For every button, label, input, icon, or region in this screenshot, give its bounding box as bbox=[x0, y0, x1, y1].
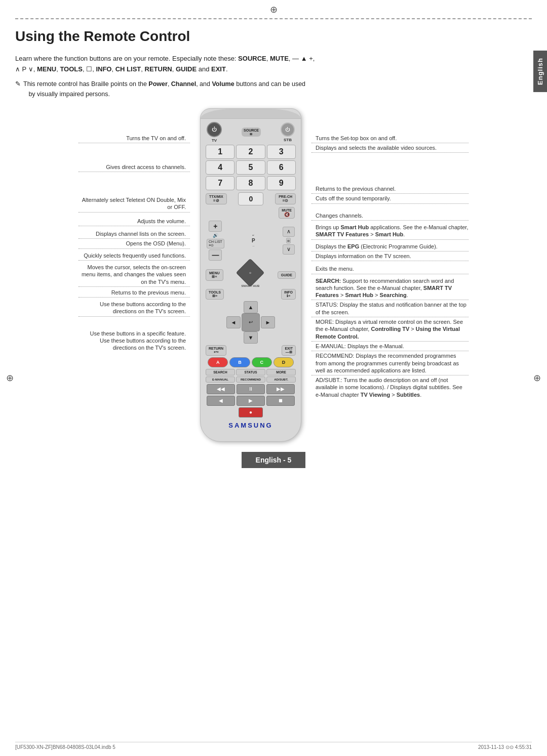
recommend-button[interactable]: RECOMMEND bbox=[236, 376, 265, 383]
color-btn-d[interactable]: D bbox=[274, 357, 294, 367]
search-row: SEARCH STATUS MORE bbox=[206, 369, 296, 375]
media-controls: ◀◀ ⏸ ▶▶ ◀ ▶ ⏹ ● bbox=[207, 384, 295, 417]
intro-comma7: , bbox=[141, 65, 144, 73]
search-button[interactable]: SEARCH bbox=[206, 369, 235, 375]
chlist-button[interactable]: CH LIST≡⊙ bbox=[207, 239, 224, 248]
vol-up-button[interactable]: + bbox=[209, 221, 222, 232]
dpad-down-button[interactable]: ▼ bbox=[244, 331, 258, 344]
tools-info-row: TOOLS⊞≡ INFOℹ≡ bbox=[206, 289, 296, 300]
callout-left-ttx: Alternately select Teletext ON Double, M… bbox=[79, 196, 190, 211]
callouts-right: Turns the Set-top box on and off. Displa… bbox=[311, 108, 468, 398]
smart-hub-area: ⊙ SMART HUB bbox=[240, 263, 260, 287]
callout-left-tools: Quickly selects frequently used function… bbox=[79, 252, 190, 259]
note-volume: Volume bbox=[212, 80, 234, 88]
registration-mark-top: ⊕ bbox=[270, 4, 278, 15]
footer-left: [UF5300-XN-ZF]BN68-04808S-03L04.indb 5 bbox=[15, 744, 115, 750]
callout-left-channels: Gives direct access to channels. bbox=[79, 163, 190, 171]
adsub-button[interactable]: AD/SUBT. bbox=[266, 376, 296, 383]
exit-button[interactable]: EXIT—⊞ bbox=[282, 345, 296, 356]
callout-right-info: Displays information on the TV screen. bbox=[311, 253, 468, 260]
info-button[interactable]: INFOℹ≡ bbox=[281, 289, 296, 300]
menu-button[interactable]: MENU⊞≡ bbox=[206, 269, 223, 281]
dpad-right-button[interactable]: ► bbox=[261, 316, 275, 328]
num-btn-3[interactable]: 3 bbox=[267, 145, 296, 159]
callout-right-search: SEARCH: Support to recommendation search… bbox=[311, 277, 468, 299]
intro-menu: MENU bbox=[37, 65, 56, 73]
callout-right-epg: Displays the EPG (Electronic Programme G… bbox=[311, 243, 468, 250]
note-power: Power bbox=[148, 80, 168, 88]
guide-button[interactable]: GUIDE bbox=[278, 271, 296, 279]
num-btn-7[interactable]: 7 bbox=[206, 176, 235, 190]
color-btn-b[interactable]: B bbox=[229, 357, 250, 367]
status-button[interactable]: STATUS bbox=[236, 369, 265, 375]
dpad-left-button[interactable]: ◄ bbox=[226, 316, 241, 328]
media-row-1: ◀◀ ⏸ ▶▶ bbox=[207, 384, 295, 394]
num-btn-5[interactable]: 5 bbox=[236, 160, 265, 175]
num-btn-1[interactable]: 1 bbox=[206, 145, 235, 159]
dpad-up-button[interactable]: ▲ bbox=[244, 301, 258, 313]
color-btn-c[interactable]: C bbox=[252, 357, 272, 367]
vol-dn-button[interactable]: — bbox=[209, 249, 222, 261]
registration-mark-right: ⊕ bbox=[533, 372, 541, 384]
callout-left-menu: Opens the OSD (Menu). bbox=[79, 240, 190, 247]
number-grid: 1 2 3 4 5 6 7 8 9 bbox=[206, 145, 296, 190]
callout-right-more: MORE: Displays a virtual remote control … bbox=[311, 318, 468, 340]
fastforward-button[interactable]: ▶▶ bbox=[266, 384, 295, 394]
registration-mark-left: ⊕ bbox=[6, 372, 14, 384]
emanual-button[interactable]: E-MANUAL bbox=[206, 376, 235, 383]
intro-comma8: , bbox=[172, 65, 176, 73]
dpad-up-row: ▲ bbox=[228, 301, 273, 313]
num-btn-0[interactable]: 0 bbox=[238, 192, 263, 205]
remote-control: ⏻ TV SOURCE ⊞ ⏻ STB bbox=[200, 108, 301, 442]
callout-left-volume: Adjusts the volume. bbox=[79, 218, 190, 225]
dots-left: •· bbox=[252, 233, 254, 237]
ch-up-button[interactable]: ∧ bbox=[283, 227, 295, 237]
play-button[interactable]: ▶ bbox=[237, 396, 265, 406]
prech-button[interactable]: PRE-CH≡⊙ bbox=[275, 193, 296, 204]
intro-ch-icons: ∧ P ∨, bbox=[15, 65, 37, 73]
ch-dn-button[interactable]: ∨ bbox=[283, 244, 295, 255]
tools-button[interactable]: TOOLS⊞≡ bbox=[206, 289, 224, 300]
num-btn-6[interactable]: 6 bbox=[267, 160, 296, 175]
emanual-row: E-MANUAL RECOMMEND AD/SUBT. bbox=[206, 376, 296, 383]
english-badge: English - 5 bbox=[242, 452, 306, 468]
num-btn-2[interactable]: 2 bbox=[236, 145, 265, 159]
num-btn-4[interactable]: 4 bbox=[206, 160, 235, 175]
more-button[interactable]: MORE bbox=[266, 369, 296, 375]
num-btn-8[interactable]: 8 bbox=[236, 176, 265, 190]
return-button[interactable]: RETURN↩≡ bbox=[206, 345, 226, 356]
mute-button[interactable]: MUTE🔇 bbox=[279, 207, 295, 219]
smart-hub-button[interactable]: ⊙ bbox=[236, 258, 265, 287]
return-exit-row: RETURN↩≡ EXIT—⊞ bbox=[206, 345, 296, 356]
callout-right-mute: Cuts off the sound temporarily. bbox=[311, 195, 468, 202]
page-bottom: English - 5 bbox=[15, 452, 532, 468]
menu-guide-row: MENU⊞≡ ⊙ SMART HUB GUIDE bbox=[206, 263, 296, 287]
intro-paragraph: Learn where the function buttons are on … bbox=[15, 54, 532, 75]
ttx-button[interactable]: TTX/MIX≡⊘ bbox=[206, 193, 227, 204]
record-button[interactable]: ● bbox=[239, 407, 263, 417]
vol-ch-area: + 🔊 CH LIST≡⊙ — •· P ·· ∧ ⊞ bbox=[207, 221, 295, 261]
power-button-stb[interactable]: ⏻ bbox=[281, 122, 295, 137]
rewind-button[interactable]: ◀◀ bbox=[207, 384, 235, 394]
intro-vol-icons: ▲ bbox=[301, 55, 307, 62]
page-footer: [UF5300-XN-ZF]BN68-04808S-03L04.indb 5 2… bbox=[15, 742, 532, 750]
volume-icon: 🔊 bbox=[213, 233, 218, 238]
source-label: SOURCE bbox=[244, 129, 259, 132]
color-btn-a[interactable]: A bbox=[208, 357, 228, 367]
intro-and: and bbox=[197, 65, 211, 73]
intro-text-bold1: SOURCE bbox=[238, 55, 266, 62]
callout-right-emanual: E-MANUAL: Displays the e-Manual. bbox=[311, 343, 468, 350]
prev-button[interactable]: ◀ bbox=[207, 396, 235, 406]
power-row: ⏻ TV SOURCE ⊞ ⏻ STB bbox=[205, 122, 297, 143]
callout-left-chlist: Displays channel lists on the screen. bbox=[79, 230, 190, 237]
source-button[interactable]: SOURCE ⊞ bbox=[242, 128, 261, 137]
num-btn-9[interactable]: 9 bbox=[267, 176, 296, 190]
power-button-tv[interactable]: ⏻ bbox=[207, 122, 222, 137]
intro-tools: TOOLS bbox=[60, 65, 83, 73]
callout-right-adsub: AD/SUBT.: Turns the audio description on… bbox=[311, 376, 468, 398]
dpad-center-button[interactable]: ↩ bbox=[242, 313, 260, 331]
pause-button[interactable]: ⏸ bbox=[237, 384, 265, 394]
samsung-logo: SAMSUNG bbox=[205, 422, 297, 429]
callout-left-color: Use these buttons according to the direc… bbox=[79, 301, 190, 315]
stop-button[interactable]: ⏹ bbox=[266, 396, 295, 406]
